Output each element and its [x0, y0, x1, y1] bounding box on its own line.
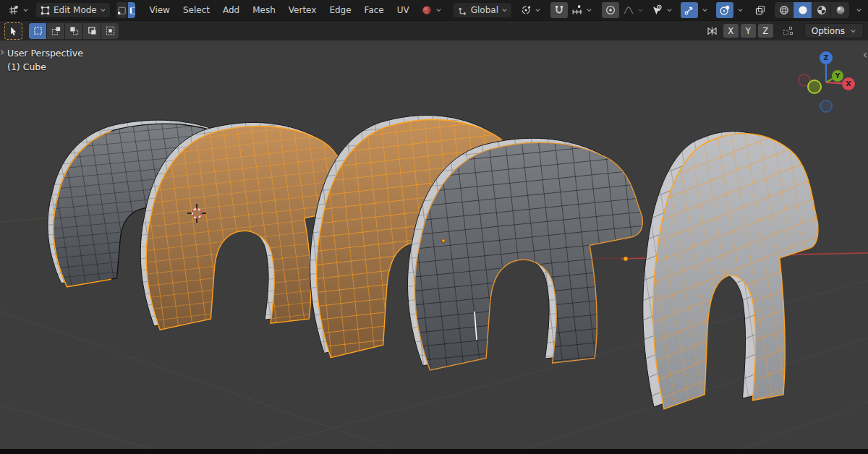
shading-dropdown[interactable]: [854, 2, 864, 18]
select-invert-button[interactable]: [83, 23, 101, 39]
rendered-sphere-icon: [835, 4, 846, 16]
mirror-x-toggle[interactable]: X: [723, 24, 739, 38]
mesh-object: [408, 138, 643, 370]
orientation-axes-icon: [457, 5, 468, 16]
menu-add[interactable]: Add: [216, 2, 246, 18]
snap-base-button[interactable]: [779, 23, 796, 39]
mirror-y-toggle[interactable]: Y: [741, 24, 756, 38]
select-action-group: [29, 23, 119, 39]
view-perspective-label: User Perspective: [7, 48, 83, 59]
object-visibility-dropdown[interactable]: [647, 2, 676, 18]
toolbar-right-cluster: X Y Z Options: [704, 23, 864, 39]
chevron-down-icon: [586, 7, 592, 13]
chevron-down-icon: [702, 7, 708, 13]
gizmo-negative-axis: [808, 80, 821, 93]
gizmo-axis-ball: X: [842, 77, 855, 90]
mesh-select-mode-group: [116, 2, 136, 18]
chevron-down-icon: [856, 7, 862, 13]
sphere-icon: [421, 4, 433, 16]
gizmo-axis-ball: Y: [832, 70, 843, 82]
proportional-circle-icon: [605, 4, 616, 16]
visibility-icon: [651, 4, 663, 16]
solid-shading-button[interactable]: [793, 2, 812, 18]
header-right-cluster: [647, 2, 864, 18]
mode-label: Edit Mode: [54, 2, 97, 18]
edge-select-button[interactable]: [128, 2, 136, 18]
chevron-down-icon: [535, 7, 541, 13]
snap-toggle-button[interactable]: [550, 2, 568, 18]
navigation-gizmo[interactable]: ZYX: [793, 47, 860, 113]
pivot-point-dropdown[interactable]: [516, 2, 545, 18]
chevron-down-icon: [100, 7, 106, 13]
wireframe-shading-button[interactable]: [775, 2, 793, 18]
xray-icon: [754, 4, 766, 16]
active-object-label: (1) Cube: [7, 61, 46, 72]
menu-edge[interactable]: Edge: [323, 2, 357, 18]
select-subtract-button[interactable]: [65, 23, 82, 39]
mirror-butterfly-icon: [706, 25, 718, 37]
mirror-z-toggle[interactable]: Z: [758, 24, 773, 38]
viewport-canvas[interactable]: [0, 40, 868, 449]
chevron-down-icon: [435, 7, 442, 13]
select-intersect-icon: [105, 25, 116, 36]
edit-mode-cube-icon: [40, 5, 51, 16]
menu-vertex[interactable]: Vertex: [282, 2, 323, 18]
chevron-down-icon: [501, 7, 508, 13]
material-shading-button[interactable]: [812, 2, 830, 18]
menubar: View Select Add Mesh Vertex Edge Face UV: [142, 2, 415, 18]
menu-uv[interactable]: UV: [391, 2, 416, 18]
overlays-icon: [719, 4, 731, 16]
toolbar-expand-icon[interactable]: ›: [0, 47, 4, 57]
select-set-button[interactable]: [29, 23, 46, 39]
falloff-curve-icon: [623, 4, 634, 16]
menu-select[interactable]: Select: [176, 2, 216, 18]
proportional-editing-toggle[interactable]: [602, 2, 619, 18]
wireframe-sphere-icon: [778, 4, 790, 16]
menu-face[interactable]: Face: [358, 2, 391, 18]
viewport-header: Edit Mode: [0, 0, 868, 20]
magnet-icon: [553, 4, 565, 16]
box-select-cursor-icon: [8, 25, 19, 36]
active-tool-button[interactable]: [4, 22, 22, 40]
overlays-dropdown[interactable]: [733, 2, 747, 18]
snap-group: [550, 2, 596, 18]
mirror-toggle-button[interactable]: [704, 23, 721, 39]
select-subtract-icon: [69, 25, 80, 36]
mode-dropdown[interactable]: Edit Mode: [35, 2, 111, 18]
select-extend-icon: [51, 25, 61, 36]
orientation-label: Global: [471, 2, 498, 18]
rendered-shading-button[interactable]: [831, 2, 849, 18]
pivot-icon: [520, 4, 532, 16]
sidebar-expand-icon[interactable]: ‹: [863, 50, 867, 60]
svg-text:Z: Z: [824, 53, 829, 61]
corner-squares-icon: [782, 25, 793, 37]
menu-mesh[interactable]: Mesh: [246, 2, 282, 18]
show-gizmo-toggle[interactable]: [681, 2, 698, 18]
select-intersect-button[interactable]: [101, 23, 119, 39]
vertex-select-button[interactable]: [116, 2, 127, 18]
object-origin-dot: [624, 257, 628, 261]
options-label: Options: [812, 26, 845, 36]
gizmo-negative-axis: [820, 100, 832, 112]
menu-view[interactable]: View: [142, 2, 176, 18]
xray-toggle[interactable]: [752, 2, 769, 18]
svg-text:X: X: [846, 80, 851, 87]
object-origin-dot: [442, 239, 446, 243]
gizmo-arrow-icon: [684, 4, 695, 16]
sphere-dropdown-button[interactable]: [417, 2, 446, 18]
shading-mode-group: [775, 2, 849, 18]
chevron-down-icon: [22, 7, 29, 13]
snap-target-dropdown[interactable]: [568, 2, 596, 18]
vertex-select-icon: [116, 5, 127, 16]
select-extend-button[interactable]: [47, 23, 64, 39]
gizmo-dropdown[interactable]: [698, 2, 712, 18]
editor-type-button[interactable]: [4, 2, 33, 18]
window-bottom-edge: [0, 449, 868, 454]
show-overlays-toggle[interactable]: [716, 2, 733, 18]
transform-orientation-dropdown[interactable]: Global: [453, 2, 512, 18]
mesh-object: [643, 132, 818, 409]
viewport-3d[interactable]: › User Perspective (1) Cube ZYX ‹: [0, 40, 868, 449]
options-dropdown[interactable]: Options: [804, 23, 864, 38]
proportional-falloff-dropdown[interactable]: [619, 2, 647, 18]
gizmo-axis-ball: Z: [820, 51, 833, 64]
